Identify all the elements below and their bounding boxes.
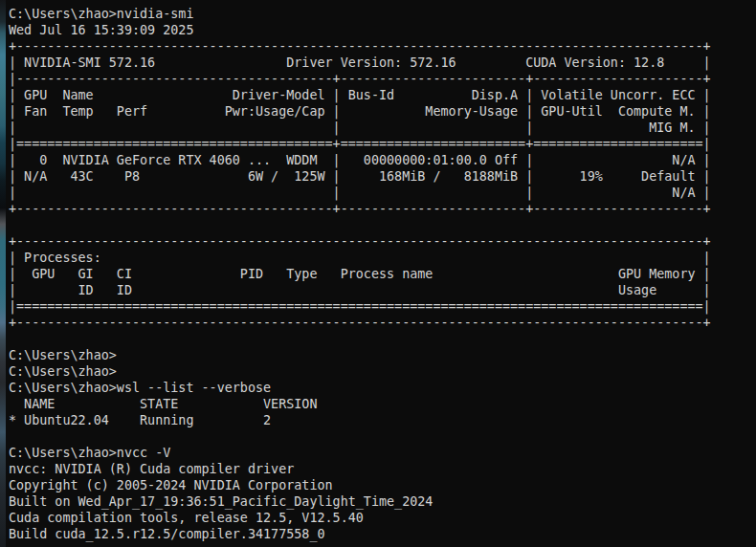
terminal-line-nvcc-build: Build cuda_12.5.r12.5/compiler.34177558_… (9, 526, 756, 542)
terminal-line-gpu-header-1: | GPU Name Driver-Model | Bus-Id Disp.A … (9, 87, 756, 103)
terminal-line-border: |---------------------------------------… (9, 71, 756, 87)
terminal-line-prompt-nvcc: C:\Users\zhao>nvcc -V (9, 445, 756, 461)
terminal-line-processes-header-2: | ID ID Usage | (9, 282, 756, 298)
terminal-line-prompt: C:\Users\zhao> (9, 347, 756, 363)
terminal-line-gpu-header-3: | | | MIG M. | (9, 120, 756, 136)
terminal-line-border: +---------------------------------------… (9, 38, 756, 55)
terminal-line-border: +---------------------------------------… (9, 315, 756, 331)
terminal-line-gpu-header-2: | Fan Temp Perf Pwr:Usage/Cap | Memory-U… (9, 103, 756, 120)
terminal-line-wsl-distro-row: * Ubuntu22.04 Running 2 (9, 412, 756, 428)
terminal-line-nvcc-copyright: Copyright (c) 2005-2024 NVIDIA Corporati… (9, 477, 756, 493)
terminal-line-prompt: C:\Users\zhao> (9, 363, 756, 380)
terminal-line-gpu-row-2: | N/A 43C P8 6W / 125W | 168MiB / 8188Mi… (9, 168, 756, 185)
terminal-line-smi-versions: | NVIDIA-SMI 572.16 Driver Version: 572.… (9, 55, 756, 71)
terminal-line-timestamp: Wed Jul 16 15:39:09 2025 (9, 22, 756, 38)
terminal-window: C:\Users\zhao>nvidia-smi Wed Jul 16 15:3… (0, 0, 756, 547)
terminal-line-nvcc-driver: nvcc: NVIDIA (R) Cuda compiler driver (9, 461, 756, 477)
terminal-line-wsl-header: NAME STATE VERSION (9, 396, 756, 412)
terminal-line-border: +---------------------------------------… (9, 201, 756, 217)
terminal-line-gpu-row-3: | | | N/A | (9, 185, 756, 201)
terminal-line-blank (9, 428, 756, 445)
terminal-line-border: +---------------------------------------… (9, 233, 756, 250)
terminal-line-processes-title: | Processes: | (9, 250, 756, 266)
terminal-line-blank (9, 217, 756, 233)
terminal-line-prompt-wsl-list: C:\Users\zhao>wsl --list --verbose (9, 380, 756, 396)
terminal-line-nvcc-release: Cuda compilation tools, release 12.5, V1… (9, 510, 756, 526)
terminal-line-prompt-nvidia-smi: C:\Users\zhao>nvidia-smi (9, 6, 756, 22)
terminal-line-separator: |=======================================… (9, 298, 756, 315)
terminal-line-gpu-row-1: | 0 NVIDIA GeForce RTX 4060 ... WDDM | 0… (9, 152, 756, 168)
terminal-line-processes-header-1: | GPU GI CI PID Type Process name GPU Me… (9, 266, 756, 282)
terminal-line-separator: |=======================================… (9, 136, 756, 152)
terminal-content-area[interactable]: C:\Users\zhao>nvidia-smi Wed Jul 16 15:3… (6, 0, 756, 547)
terminal-line-blank (9, 331, 756, 347)
terminal-line-nvcc-built-on: Built on Wed_Apr_17_19:36:51_Pacific_Day… (9, 493, 756, 510)
